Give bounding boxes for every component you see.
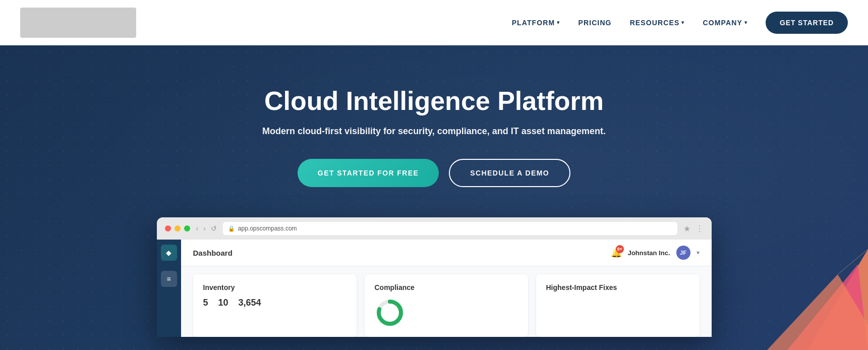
close-dot bbox=[165, 225, 171, 231]
hero-section: Cloud Intelligence Platform Modern cloud… bbox=[0, 45, 868, 350]
chevron-down-icon: ▾ bbox=[557, 20, 560, 25]
star-icon[interactable]: ★ bbox=[683, 224, 690, 234]
browser-mockup: ‹ › ↺ 🔒 app.opscompass.com ★ ⋮ bbox=[157, 217, 712, 337]
app-sidebar: ◆ ≡ bbox=[157, 240, 181, 337]
inventory-card: Inventory 5 10 3,654 bbox=[193, 274, 357, 337]
highest-impact-card: Highest-Impact Fixes bbox=[536, 274, 700, 337]
compliance-card: Compliance bbox=[365, 274, 528, 337]
compliance-card-title: Compliance bbox=[375, 283, 518, 291]
nav-company[interactable]: COMPANY ▾ bbox=[703, 19, 748, 27]
minimize-dot bbox=[175, 225, 181, 231]
browser-topbar: ‹ › ↺ 🔒 app.opscompass.com ★ ⋮ bbox=[157, 217, 712, 240]
hero-subtitle: Modern cloud-first visibility for securi… bbox=[262, 126, 606, 137]
inventory-card-title: Inventory bbox=[203, 283, 346, 291]
app-main-content: Dashboard 🔔 9+ Johnstan Inc. JF ▾ bbox=[181, 240, 712, 337]
back-icon[interactable]: ‹ bbox=[196, 224, 199, 232]
inventory-values: 5 10 3,654 bbox=[203, 298, 346, 308]
browser-nav-icons: ‹ › ↺ bbox=[196, 224, 217, 232]
sidebar-icon-filter[interactable]: ≡ bbox=[161, 271, 177, 287]
url-text: app.opscompass.com bbox=[238, 225, 297, 232]
nav-links: PLATFORM ▾ PRICING RESOURCES ▾ COMPANY ▾… bbox=[512, 12, 848, 34]
more-icon[interactable]: ⋮ bbox=[696, 224, 704, 234]
chevron-down-icon[interactable]: ▾ bbox=[697, 249, 700, 256]
diamond-icon: ◆ bbox=[166, 249, 171, 257]
refresh-icon[interactable]: ↺ bbox=[211, 224, 217, 232]
highest-impact-title: Highest-Impact Fixes bbox=[546, 283, 689, 291]
inventory-value-2: 10 bbox=[218, 298, 228, 308]
maximize-dot bbox=[184, 225, 190, 231]
inventory-value-1: 5 bbox=[203, 298, 208, 308]
compliance-card-body bbox=[375, 298, 518, 328]
navbar: PLATFORM ▾ PRICING RESOURCES ▾ COMPANY ▾… bbox=[0, 0, 868, 45]
browser-dots bbox=[165, 225, 190, 231]
chevron-down-icon: ▾ bbox=[681, 20, 684, 25]
inventory-value-3: 3,654 bbox=[239, 298, 261, 308]
sidebar-icon-diamond[interactable]: ◆ bbox=[161, 245, 177, 261]
avatar[interactable]: JF bbox=[676, 246, 690, 260]
schedule-demo-button[interactable]: SCHEDULE A DEMO bbox=[449, 159, 570, 187]
browser-actions: ★ ⋮ bbox=[683, 224, 704, 234]
filter-icon: ≡ bbox=[166, 275, 170, 283]
chevron-down-icon: ▾ bbox=[744, 20, 747, 25]
browser-content: ◆ ≡ Dashboard 🔔 9+ bbox=[157, 240, 712, 337]
dashboard-cards: Inventory 5 10 3,654 Compliance bbox=[181, 266, 712, 337]
browser-window: ‹ › ↺ 🔒 app.opscompass.com ★ ⋮ bbox=[157, 217, 712, 337]
nav-pricing[interactable]: PRICING bbox=[578, 19, 611, 27]
nav-resources[interactable]: RESOURCES ▾ bbox=[630, 19, 685, 27]
hero-title: Cloud Intelligence Platform bbox=[264, 86, 604, 116]
forward-icon[interactable]: › bbox=[203, 224, 206, 232]
hero-buttons: GET STARTED FOR FREE SCHEDULE A DEMO bbox=[298, 159, 570, 187]
header-right: 🔔 9+ Johnstan Inc. JF ▾ bbox=[611, 246, 700, 260]
get-started-free-button[interactable]: GET STARTED FOR FREE bbox=[298, 159, 439, 187]
app-header: Dashboard 🔔 9+ Johnstan Inc. JF ▾ bbox=[181, 240, 712, 266]
notification-badge[interactable]: 🔔 9+ bbox=[611, 247, 622, 258]
nav-platform[interactable]: PLATFORM ▾ bbox=[512, 19, 560, 27]
company-name: Johnstan Inc. bbox=[628, 249, 670, 257]
logo bbox=[20, 8, 136, 38]
notification-count: 9+ bbox=[616, 245, 624, 253]
mountain-decoration bbox=[767, 224, 868, 350]
dashboard-title: Dashboard bbox=[193, 249, 233, 257]
lock-icon: 🔒 bbox=[228, 225, 235, 232]
compliance-donut-chart bbox=[375, 298, 405, 328]
address-bar[interactable]: 🔒 app.opscompass.com bbox=[223, 222, 677, 235]
get-started-button[interactable]: GET STARTED bbox=[766, 12, 848, 34]
